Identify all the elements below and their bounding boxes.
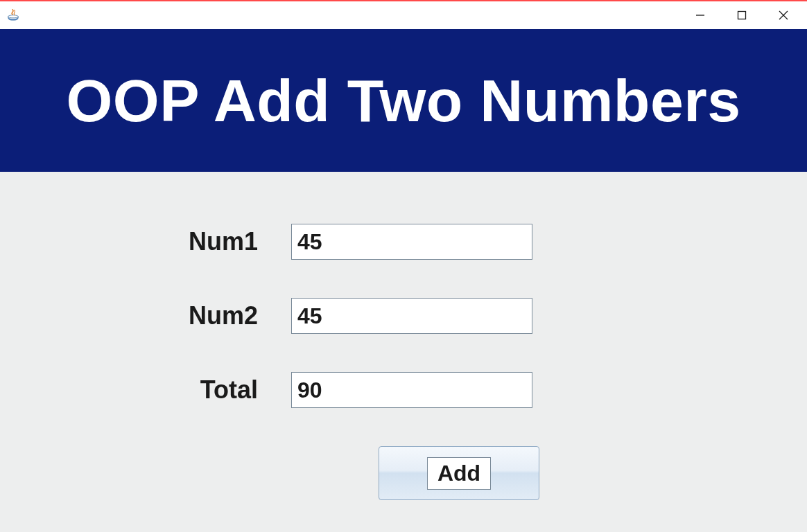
total-row: Total: [0, 372, 807, 408]
num1-input[interactable]: [291, 224, 532, 260]
total-input[interactable]: [291, 372, 532, 408]
add-button[interactable]: Add: [379, 446, 539, 500]
minimize-icon: [695, 10, 706, 21]
num2-label: Num2: [0, 301, 291, 330]
titlebar-left: [6, 8, 21, 23]
button-row: Add: [0, 446, 807, 500]
window-controls: [679, 1, 804, 29]
maximize-button[interactable]: [721, 1, 763, 29]
header-banner: OOP Add Two Numbers: [0, 29, 807, 172]
num1-row: Num1: [0, 224, 807, 260]
num2-row: Num2: [0, 298, 807, 334]
svg-point-0: [8, 15, 19, 18]
svg-rect-2: [738, 12, 746, 19]
num1-label: Num1: [0, 227, 291, 256]
minimize-button[interactable]: [679, 1, 721, 29]
java-app-icon: [6, 8, 21, 23]
app-title: OOP Add Two Numbers: [66, 66, 740, 135]
content-area: Num1 Num2 Total Add: [0, 172, 807, 532]
close-icon: [778, 10, 789, 21]
window-titlebar: [0, 0, 807, 29]
maximize-icon: [736, 10, 747, 21]
add-button-label: Add: [427, 457, 491, 490]
close-button[interactable]: [763, 1, 804, 29]
num2-input[interactable]: [291, 298, 532, 334]
total-label: Total: [0, 375, 291, 405]
